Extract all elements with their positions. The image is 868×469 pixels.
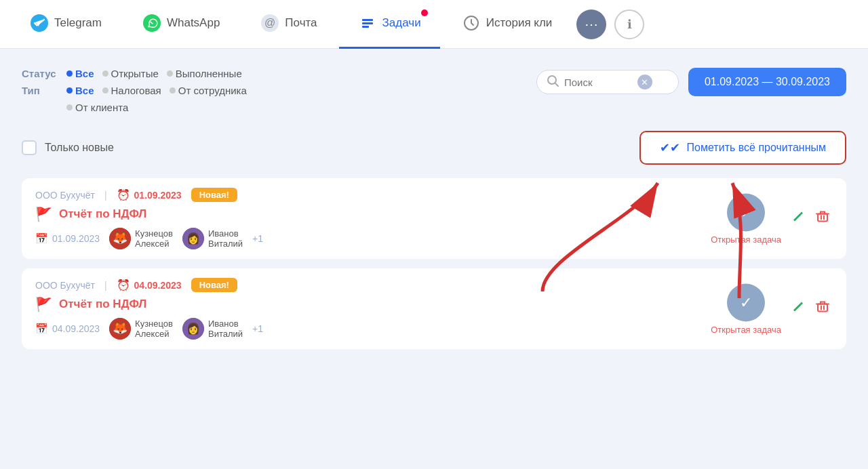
assignee1: 🦊 Кузнецов Алексей [109, 318, 173, 340]
type-client[interactable]: От клиента [66, 102, 128, 113]
status-all[interactable]: Все [66, 68, 94, 79]
mark-read-button[interactable]: ✔✔ Пометить всё прочитанным [639, 131, 846, 165]
assignee2: 👩 Иванов Виталий [182, 228, 243, 249]
delete-button[interactable] [815, 300, 830, 319]
new-badge: Новая! [191, 278, 237, 292]
only-new-row: Только новые ✔✔ Пометить всё прочитанным [22, 131, 846, 165]
plus-count: +1 [252, 323, 263, 334]
assignee2-name: Иванов Виталий [208, 319, 243, 339]
svg-rect-25 [818, 304, 827, 312]
task-title: Отчёт по НДФЛ [59, 207, 146, 221]
tab-pochta[interactable]: @ Почта [241, 0, 336, 49]
status-open[interactable]: Открытые [102, 68, 159, 79]
edit-button[interactable] [791, 209, 806, 228]
complete-wrap: ✓ Открытая задача [711, 193, 781, 244]
svg-text:@: @ [264, 17, 275, 28]
task-row: ООО Бухучёт | ⏰ 04.09.2023 Новая! 🚩 Отчё… [22, 268, 846, 349]
task-divider: | [104, 190, 107, 201]
tab-whatsapp[interactable]: WhatsApp [123, 0, 239, 49]
flag-icon: 🚩 [35, 206, 52, 222]
mark-read-label: Пометить всё прочитанным [687, 142, 826, 154]
filter-left: Статус Все Открытые Выполненные Тип [22, 68, 515, 119]
assignee2-name: Иванов Виталий [208, 228, 243, 249]
svg-rect-4 [362, 19, 373, 21]
task-row: ООО Бухучёт | ⏰ 01.09.2023 Новая! 🚩 Отчё… [22, 178, 846, 259]
info-icon: ℹ [627, 17, 632, 32]
avatar-woman: 👩 [182, 318, 204, 340]
assignee1-name: Кузнецов Алексей [135, 319, 173, 339]
tab-whatsapp-label: WhatsApp [167, 16, 220, 30]
svg-text:🦊: 🦊 [113, 230, 128, 245]
avatar-fox: 🦊 [109, 228, 131, 249]
assignee1-name: Кузнецов Алексей [135, 228, 173, 249]
calendar-icon: 📅 [35, 232, 48, 245]
status-filter-row: Статус Все Открытые Выполненные [22, 68, 515, 79]
svg-rect-5 [362, 22, 373, 24]
search-clear-button[interactable]: ✕ [637, 75, 652, 89]
only-new-checkbox[interactable] [22, 140, 37, 155]
filter-right: ✕ 01.09.2023 — 30.09.2023 [536, 68, 846, 96]
task-date: 📅 04.09.2023 [35, 323, 100, 335]
date-range-button[interactable]: 01.09.2023 — 30.09.2023 [688, 68, 846, 96]
svg-text:🦊: 🦊 [113, 321, 128, 335]
task-date: 📅 01.09.2023 [35, 232, 100, 245]
search-box: ✕ [536, 70, 679, 94]
type-tax[interactable]: Налоговая [102, 85, 161, 96]
search-input[interactable] [564, 77, 632, 88]
calendar-icon: 📅 [35, 323, 48, 335]
task-actions: ✓ Открытая задача [711, 283, 830, 334]
more-icon: ⋯ [585, 16, 598, 33]
svg-text:👩: 👩 [186, 322, 200, 335]
type-employee[interactable]: От сотрудника [170, 85, 247, 96]
only-new-label: Только новые [45, 142, 114, 154]
status-done[interactable]: Выполненные [167, 68, 242, 79]
svg-rect-6 [362, 26, 369, 28]
info-button[interactable]: ℹ [614, 9, 644, 39]
delete-button[interactable] [815, 209, 830, 228]
tasks-icon [358, 14, 377, 33]
more-button[interactable]: ⋯ [576, 9, 606, 39]
task-actions: ✓ Открытая задача [711, 193, 830, 244]
telegram-icon [30, 14, 49, 33]
task-title: Отчёт по НДФЛ [59, 298, 146, 311]
plus-count: +1 [252, 233, 263, 244]
only-new-left: Только новые [22, 140, 114, 155]
email-icon: @ [260, 14, 279, 33]
svg-point-8 [548, 76, 556, 84]
alarm-icon: ⏰ [117, 279, 130, 291]
new-badge: Новая! [191, 188, 237, 202]
assignee2: 👩 Иванов Виталий [182, 318, 243, 340]
tab-history-label: История кли [486, 16, 553, 30]
main-content: Статус Все Открытые Выполненные Тип [0, 49, 868, 349]
history-icon [462, 14, 481, 33]
svg-line-9 [555, 83, 558, 86]
assignee1: 🦊 Кузнецов Алексей [109, 228, 173, 249]
open-task-label: Открытая задача [711, 234, 781, 244]
tab-telegram[interactable]: Telegram [11, 0, 121, 49]
complete-button[interactable]: ✓ [727, 193, 765, 231]
task-company: ООО Бухучёт [35, 280, 95, 291]
search-icon [547, 75, 559, 89]
complete-button[interactable]: ✓ [727, 283, 765, 321]
edit-button[interactable] [791, 300, 806, 319]
open-task-label: Открытая задача [711, 324, 781, 334]
double-check-icon: ✔✔ [660, 140, 680, 155]
tab-zadachi[interactable]: Задачи [339, 0, 440, 49]
status-label: Статус [22, 68, 58, 79]
type-filter-row2: От клиента [66, 102, 515, 113]
alarm-icon: ⏰ [117, 188, 130, 201]
svg-text:👩: 👩 [186, 232, 200, 245]
svg-rect-14 [818, 214, 827, 222]
type-label: Тип [22, 85, 58, 96]
tab-pochta-label: Почта [285, 16, 317, 30]
flag-icon: 🚩 [35, 296, 52, 312]
complete-wrap: ✓ Открытая задача [711, 283, 781, 334]
task-divider: | [104, 280, 107, 291]
task-company: ООО Бухучёт [35, 190, 95, 201]
zadachi-badge [421, 9, 428, 16]
tab-history[interactable]: История кли [443, 0, 572, 49]
task-alarm-date: ⏰ 01.09.2023 [117, 188, 182, 201]
type-filter-row: Тип Все Налоговая От сотрудника [22, 85, 515, 96]
type-all[interactable]: Все [66, 85, 94, 96]
avatar-woman: 👩 [182, 228, 204, 249]
